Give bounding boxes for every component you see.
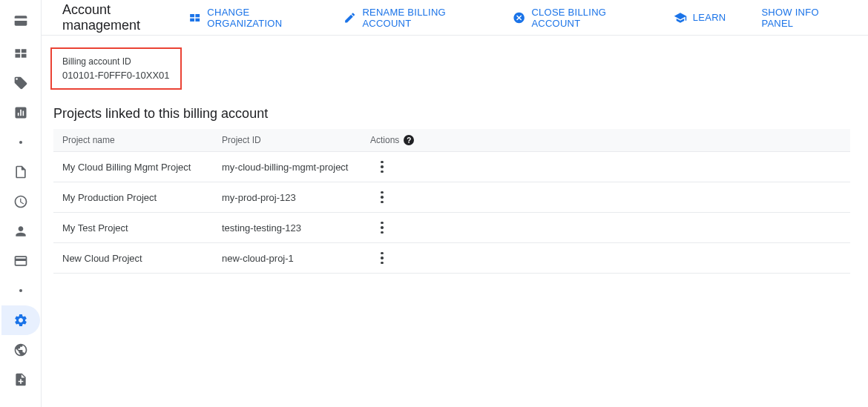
close-billing-label: CLOSE BILLING ACCOUNT	[531, 7, 652, 29]
close-circle-icon	[513, 11, 525, 24]
project-name-cell: My Test Project	[53, 213, 213, 243]
page-title: Account management	[62, 2, 188, 33]
learn-icon	[674, 11, 687, 24]
row-actions-menu[interactable]	[373, 188, 391, 206]
settings-icon[interactable]	[1, 305, 40, 335]
file-icon[interactable]	[0, 365, 42, 394]
project-id-cell: testing-testing-123	[213, 213, 361, 243]
pencil-icon	[343, 11, 356, 24]
clock-icon[interactable]	[0, 187, 42, 216]
column-project-id[interactable]: Project ID	[213, 129, 361, 152]
row-actions-menu[interactable]	[373, 219, 391, 236]
document-icon[interactable]	[0, 157, 42, 187]
learn-button[interactable]: LEARN	[674, 11, 726, 24]
change-organization-button[interactable]: CHANGE ORGANIZATION	[188, 7, 323, 29]
project-id-cell: new-cloud-proj-1	[213, 243, 361, 274]
topbar: Account management CHANGE ORGANIZATION R…	[42, 0, 868, 36]
person-icon[interactable]	[0, 216, 42, 246]
table-row: My Test Projecttesting-testing-123	[53, 213, 850, 243]
projects-section-title: Projects linked to this billing account	[53, 106, 850, 122]
overview-icon[interactable]	[0, 39, 42, 68]
separator-dot	[0, 276, 42, 305]
table-row: My Production Projectmy-prod-proj-123	[53, 182, 850, 213]
table-header-row: Project name Project ID Actions ?	[53, 129, 850, 152]
column-actions: Actions ?	[361, 129, 850, 152]
column-project-name[interactable]: Project name	[53, 129, 213, 152]
project-id-cell: my-cloud-billing-mgmt-project	[213, 152, 361, 182]
project-name-cell: My Cloud Billing Mgmt Project	[53, 152, 213, 182]
project-name-cell: New Cloud Project	[53, 243, 213, 274]
globe-icon[interactable]	[0, 335, 42, 365]
rename-billing-label: RENAME BILLING ACCOUNT	[362, 7, 492, 29]
billing-id-label: Billing account ID	[62, 56, 170, 67]
table-row: New Cloud Projectnew-cloud-proj-1	[53, 243, 850, 274]
tag-icon[interactable]	[0, 68, 42, 98]
row-actions-menu[interactable]	[373, 158, 391, 176]
billing-id-value: 010101-F0FFF0-10XX01	[62, 70, 170, 81]
billing-icon[interactable]	[0, 6, 42, 36]
close-billing-button[interactable]: CLOSE BILLING ACCOUNT	[513, 7, 653, 29]
separator-dot	[0, 128, 42, 157]
card-icon[interactable]	[0, 246, 42, 276]
reports-icon[interactable]	[0, 98, 42, 128]
show-info-panel-button[interactable]: SHOW INFO PANEL	[761, 7, 850, 29]
learn-label: LEARN	[693, 12, 726, 23]
sidebar	[0, 0, 42, 407]
change-organization-label: CHANGE ORGANIZATION	[207, 7, 323, 29]
projects-table: Project name Project ID Actions ? My Clo…	[53, 129, 850, 274]
actions-column-label: Actions	[370, 135, 399, 145]
table-row: My Cloud Billing Mgmt Projectmy-cloud-bi…	[53, 152, 850, 182]
billing-id-box: Billing account ID 010101-F0FFF0-10XX01	[50, 47, 182, 90]
project-id-cell: my-prod-proj-123	[213, 182, 361, 213]
org-icon	[188, 11, 201, 24]
rename-billing-button[interactable]: RENAME BILLING ACCOUNT	[343, 7, 492, 29]
project-name-cell: My Production Project	[53, 182, 213, 213]
help-icon[interactable]: ?	[404, 135, 414, 145]
row-actions-menu[interactable]	[373, 249, 391, 267]
